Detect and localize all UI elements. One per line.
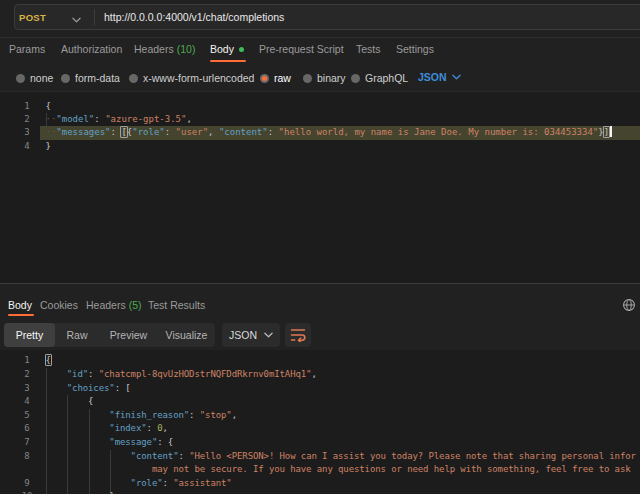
url-input[interactable]: [95, 5, 640, 29]
line-number: 4: [14, 395, 40, 409]
tab-count-badge: (5): [129, 299, 142, 311]
code-text[interactable]: "choices": [: [40, 382, 640, 396]
response-language-dropdown[interactable]: JSON: [222, 323, 280, 347]
response-language-label: JSON: [229, 329, 257, 341]
request-tab-tests[interactable]: Tests: [356, 43, 381, 55]
response-view-row: PrettyRawPreviewVisualize JSON: [0, 317, 640, 350]
radio-button-icon: [16, 74, 25, 83]
body-mode-binary[interactable]: binary: [303, 72, 346, 84]
tab-label: Authorization: [61, 43, 122, 55]
response-tab-cookies[interactable]: Cookies: [40, 299, 78, 311]
request-editor-line-1: 1{: [0, 100, 640, 113]
code-text[interactable]: }: [40, 140, 640, 153]
tab-label: Tests: [356, 43, 381, 55]
radio-button-icon: [129, 74, 138, 83]
method-selector[interactable]: POST: [15, 7, 94, 27]
body-language-label: JSON: [418, 71, 447, 83]
request-tab-headers[interactable]: Headers(10): [134, 43, 195, 55]
request-editor-line-4: 4}: [0, 140, 640, 153]
request-tab-pre-request-script[interactable]: Pre-request Script: [259, 43, 344, 55]
radio-button-icon: [260, 74, 269, 83]
code-text[interactable]: "message": {: [40, 436, 640, 450]
method-chevron: [72, 9, 81, 27]
code-text[interactable]: {: [40, 395, 640, 409]
body-mode-none[interactable]: none: [16, 72, 53, 84]
code-text[interactable]: {: [40, 100, 640, 113]
response-tab-test-results[interactable]: Test Results: [148, 299, 205, 311]
body-mode-x-www-form-urlencoded[interactable]: x-www-form-urlencoded: [129, 72, 254, 84]
code-text[interactable]: ··"model": "azure-gpt-3.5",: [40, 113, 640, 126]
body-mode-form-data[interactable]: form-data: [61, 72, 120, 84]
globe-button[interactable]: [622, 298, 637, 313]
method-label: POST: [19, 12, 46, 23]
chevron-down-icon: [452, 74, 461, 80]
body-language-dropdown[interactable]: JSON: [418, 71, 461, 83]
request-body-editor[interactable]: 1{2··"model": "azure-gpt-3.5",3··"messag…: [0, 91, 640, 283]
response-view-visualize[interactable]: Visualize: [158, 323, 215, 347]
request-tab-authorization[interactable]: Authorization: [61, 43, 122, 55]
response-view-switcher: PrettyRawPreviewVisualize: [4, 323, 215, 347]
response-editor-lines: 1{2 "id": "chatcmpl-8qvUzHODstrNQFDdRkrn…: [0, 354, 640, 494]
body-mode-graphql[interactable]: GraphQL: [351, 72, 408, 84]
response-editor-line-2: 2 "id": "chatcmpl-8qvUzHODstrNQFDdRkrnv0…: [0, 368, 640, 382]
globe-icon: [622, 298, 636, 312]
radio-button-icon: [61, 74, 70, 83]
body-mode-label: form-data: [75, 72, 120, 84]
body-mode-row: noneform-datax-www-form-urlencodedrawbin…: [0, 62, 640, 91]
line-number: 10: [14, 490, 40, 494]
code-text[interactable]: "content": "Hello <PERSON>! How can I as…: [40, 450, 640, 464]
code-text[interactable]: may not be secure. If you have any quest…: [40, 463, 640, 477]
wrap-text-icon: [290, 328, 306, 342]
line-number: 5: [14, 409, 40, 423]
line-number: 8: [14, 450, 40, 464]
code-text[interactable]: }: [40, 490, 640, 494]
response-view-pretty[interactable]: Pretty: [4, 323, 55, 347]
request-tab-settings[interactable]: Settings: [396, 43, 434, 55]
code-text[interactable]: "id": "chatcmpl-8qvUzHODstrNQFDdRkrnv0mI…: [40, 368, 640, 382]
response-view-raw[interactable]: Raw: [55, 323, 99, 347]
code-text[interactable]: "role": "assistant": [40, 477, 640, 491]
tab-label: Test Results: [148, 299, 205, 311]
response-editor-line-4: 4 {: [0, 395, 640, 409]
code-text[interactable]: "finish_reason": "stop",: [40, 409, 640, 423]
line-number: 4: [14, 140, 40, 153]
chevron-down-icon: [72, 17, 81, 23]
request-tab-body[interactable]: Body: [210, 43, 244, 55]
body-mode-label: raw: [274, 72, 291, 84]
code-text[interactable]: {: [40, 354, 640, 368]
response-editor-line-7: 7 "message": {: [0, 436, 640, 450]
response-editor-wrapped-line: may not be secure. If you have any quest…: [0, 463, 640, 477]
line-number: 1: [14, 354, 40, 368]
line-number: 1: [14, 100, 40, 113]
body-mode-raw[interactable]: raw: [260, 72, 291, 84]
line-number: 2: [14, 368, 40, 382]
body-mode-label: x-www-form-urlencoded: [143, 72, 254, 84]
line-number: 6: [14, 422, 40, 436]
line-number: 2: [14, 113, 40, 126]
tab-label: Settings: [396, 43, 434, 55]
response-view-preview[interactable]: Preview: [99, 323, 158, 347]
tab-label: Pre-request Script: [259, 43, 344, 55]
code-text[interactable]: ··"messages": [{"role": "user", "content…: [40, 126, 640, 139]
chevron-down-icon: [264, 332, 273, 338]
url-row: POST: [0, 0, 640, 38]
request-tab-params[interactable]: Params: [9, 43, 45, 55]
line-number: 3: [14, 382, 40, 396]
url-bar: POST: [14, 4, 640, 30]
response-editor-line-3: 3 "choices": [: [0, 382, 640, 396]
response-editor-line-1: 1{: [0, 354, 640, 368]
response-editor-line-5: 5 "finish_reason": "stop",: [0, 409, 640, 423]
line-number: 3: [14, 126, 40, 139]
tab-label: Body: [210, 43, 234, 55]
response-tab-headers[interactable]: Headers(5): [86, 299, 142, 311]
radio-button-icon: [351, 74, 360, 83]
wrap-text-button[interactable]: [285, 323, 311, 347]
tab-label: Params: [9, 43, 45, 55]
pane-splitter[interactable]: [0, 283, 640, 290]
code-text[interactable]: "index": 0,: [40, 422, 640, 436]
matched-bracket: ]: [603, 126, 610, 138]
matched-bracket: {: [45, 354, 52, 366]
body-mode-label: none: [30, 72, 53, 84]
response-tab-body[interactable]: Body: [8, 299, 32, 311]
response-body-editor[interactable]: 1{2 "id": "chatcmpl-8qvUzHODstrNQFDdRkrn…: [0, 350, 640, 494]
